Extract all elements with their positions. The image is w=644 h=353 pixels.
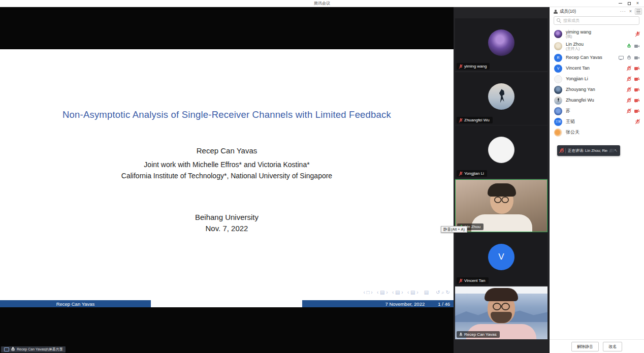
slide-affiliation: California Institute of Technology*, Nat… — [0, 172, 454, 180]
mic-icon — [627, 77, 631, 82]
member-avatar: 王韬 — [554, 118, 562, 126]
mic-icon — [627, 87, 631, 92]
video-tile[interactable]: Lin Zhou — [455, 179, 548, 232]
mic-icon — [635, 119, 639, 124]
minimize-icon — [619, 3, 622, 4]
slide-page-number: 1 / 46 — [438, 301, 450, 307]
screen-share-banner-text: Recep Can Yavas的屏幕共享 — [17, 347, 63, 352]
window-title: 腾讯会议 — [0, 1, 644, 6]
speaking-toast: 正在讲话: Lin Zhou; Rece... ↖ — [557, 145, 620, 156]
member-list-item[interactable]: Zhuangfei Wu — [550, 95, 644, 106]
slide-author: Recep Can Yavas — [0, 146, 454, 155]
member-name: 张公天 — [566, 130, 579, 135]
slide-date: Nov. 7, 2022 — [0, 224, 454, 233]
member-list-item[interactable]: 张公天 — [550, 127, 644, 138]
window-titlebar: 腾讯会议 × — [0, 0, 644, 7]
restore-icon — [628, 2, 631, 5]
toast-decoration — [609, 149, 613, 152]
slide-footer: Recep Can Yavas 7 November, 2022 1 / 46 — [0, 300, 454, 307]
member-avatar — [554, 42, 562, 50]
member-list-item[interactable]: Yongjian Li — [550, 74, 644, 84]
window-controls: × — [616, 0, 642, 7]
more-options-icon[interactable]: ··· — [620, 9, 626, 14]
mic-icon — [627, 44, 631, 49]
member-name: Vincent Tan — [566, 66, 590, 71]
close-button[interactable]: × — [633, 0, 642, 7]
participant-avatar — [488, 83, 514, 110]
panel-menu-button[interactable] — [635, 8, 642, 15]
video-tile[interactable]: Zhuangfei Wu — [455, 72, 548, 125]
member-name: Zhouyang Yan — [566, 87, 595, 92]
cam-icon — [634, 56, 639, 60]
video-tile-name-label: Vincent Tan — [457, 277, 489, 284]
member-name: Yongjian Li — [566, 76, 588, 81]
mic-icon — [627, 66, 631, 71]
video-tile-name-label: yiming wang — [457, 63, 490, 70]
unmute-button[interactable]: 解除静音 — [571, 342, 599, 351]
mic-icon — [459, 278, 463, 283]
participant-name: Vincent Tan — [464, 278, 486, 283]
mic-icon — [627, 109, 631, 114]
member-list-item[interactable]: R Recep Can Yavas — [550, 52, 644, 63]
members-panel-header: 成员(10) ··· × — [550, 7, 644, 16]
video-tile-name-label: Recep Can Yavas — [457, 331, 500, 338]
slide-venue: Beihang University — [0, 213, 454, 221]
member-list-item[interactable]: Lin Zhou (主持人) — [550, 40, 644, 52]
video-tile[interactable]: V Vincent Tan — [455, 233, 548, 285]
member-avatar — [554, 107, 562, 115]
member-list-item[interactable]: V Vincent Tan — [550, 63, 644, 74]
members-panel: 成员(10) ··· × yiming wang (我) Lin Zhou (主… — [549, 7, 644, 353]
members-icon — [553, 10, 558, 14]
video-tile-name-label: Yongjian Li — [457, 170, 487, 177]
minimize-button[interactable] — [616, 0, 625, 7]
slide-joint-work: Joint work with Michelle Effros* and Vic… — [0, 161, 454, 169]
member-status-icons — [627, 66, 639, 71]
mic-icon — [459, 118, 463, 122]
member-role: (我) — [566, 35, 591, 39]
member-list-item[interactable]: 王韬 王韬 — [550, 116, 644, 127]
maximize-button[interactable] — [625, 0, 633, 7]
member-list-item[interactable]: yiming wang (我) — [550, 28, 644, 40]
screen-icon — [4, 347, 9, 351]
member-status-icons — [635, 31, 639, 37]
participant-name: Yongjian Li — [464, 171, 484, 176]
participant-name: yiming wang — [464, 64, 487, 69]
video-tile-name-label: Zhuangfei Wu — [457, 117, 493, 123]
video-tile[interactable]: Recep Can Yavas — [455, 286, 548, 339]
screen-icon — [618, 56, 623, 60]
slide-footer-author: Recep Can Yavas — [0, 300, 151, 307]
participant-video — [455, 72, 548, 99]
close-icon: × — [636, 1, 639, 6]
mute-tooltip: 静音(Alt + A) — [441, 226, 467, 233]
member-list-item[interactable]: 苏 — [550, 106, 644, 116]
toast-expand-icon[interactable]: ↖ — [614, 149, 618, 153]
member-avatar — [554, 30, 562, 38]
video-thumbnail-column: yiming wang Zhuangfei Wu Yongjian Li Lin… — [454, 7, 549, 353]
muted-mic-icon — [560, 148, 563, 153]
hamburger-icon — [636, 10, 640, 13]
members-panel-footer: 解除静音 改名 — [550, 339, 644, 353]
mic-icon — [459, 332, 463, 337]
video-tile[interactable]: yiming wang — [455, 18, 548, 71]
member-name: Recep Can Yavas — [566, 55, 602, 60]
member-name: 苏 — [566, 108, 570, 113]
panel-close-icon[interactable]: × — [629, 9, 632, 14]
member-avatar — [554, 129, 562, 137]
member-status-icons — [627, 77, 639, 82]
member-avatar — [554, 97, 562, 105]
rename-button[interactable]: 改名 — [603, 342, 622, 351]
slide-footer-date: 7 November, 2022 — [385, 301, 425, 307]
mic-icon — [459, 64, 463, 69]
member-list: yiming wang (我) Lin Zhou (主持人) R Recep C… — [550, 28, 644, 138]
video-tile[interactable]: Yongjian Li — [455, 125, 548, 178]
member-search-box[interactable] — [554, 16, 639, 25]
member-list-item[interactable]: Zhouyang Yan — [550, 84, 644, 95]
member-status-icons — [627, 44, 639, 49]
shared-screen-area: Non-Asymptotic Analysis of Single-Receiv… — [0, 7, 454, 353]
search-input[interactable] — [563, 18, 636, 23]
mic-icon — [635, 31, 639, 37]
cam-icon — [634, 99, 639, 103]
member-status-icons — [627, 87, 639, 92]
member-name: Zhuangfei Wu — [566, 98, 594, 103]
search-icon — [557, 18, 561, 23]
